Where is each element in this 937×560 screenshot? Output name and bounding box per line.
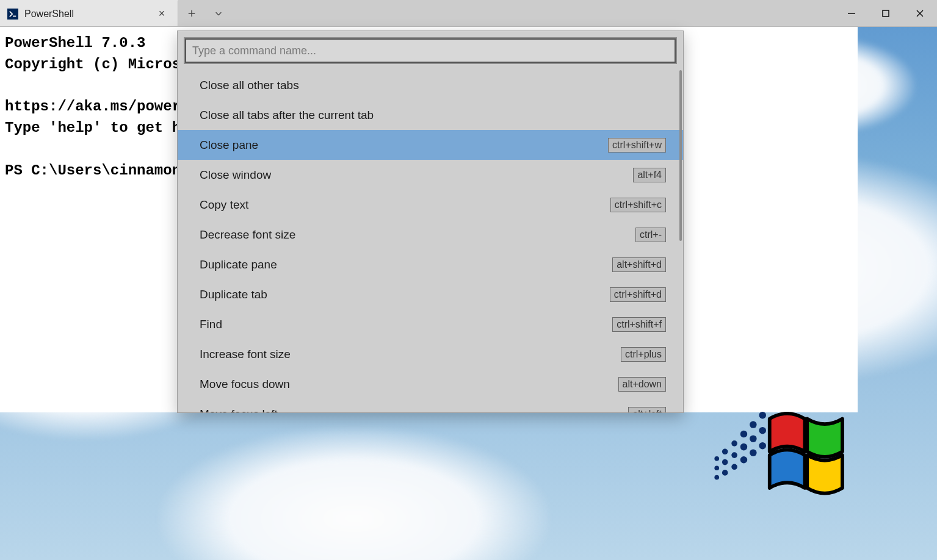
title-bar: PowerShell × bbox=[0, 0, 937, 27]
palette-item-label: Find bbox=[200, 318, 222, 331]
palette-item-label: Move focus down bbox=[200, 378, 290, 391]
palette-item-shortcut: ctrl+shift+d bbox=[610, 287, 666, 302]
palette-item-shortcut: ctrl+- bbox=[635, 228, 666, 242]
palette-item-label: Move focus left bbox=[200, 407, 278, 413]
palette-item[interactable]: Close panectrl+shift+w bbox=[178, 130, 683, 160]
svg-point-2 bbox=[714, 465, 719, 470]
palette-item-label: Close all tabs after the current tab bbox=[200, 109, 374, 122]
palette-item[interactable]: Duplicate panealt+shift+d bbox=[178, 249, 683, 279]
palette-item-shortcut: ctrl+shift+w bbox=[608, 138, 666, 153]
palette-item[interactable]: Duplicate tabctrl+shift+d bbox=[178, 279, 683, 309]
maximize-button[interactable] bbox=[869, 0, 903, 26]
svg-point-4 bbox=[722, 470, 728, 476]
palette-item-shortcut: ctrl+shift+c bbox=[610, 198, 666, 212]
svg-point-18 bbox=[759, 412, 766, 419]
command-palette: Close all other tabsClose all tabs after… bbox=[177, 31, 684, 413]
palette-item[interactable]: Close all other tabs bbox=[178, 70, 683, 100]
svg-point-1 bbox=[714, 475, 719, 480]
svg-point-5 bbox=[722, 459, 728, 465]
palette-item-label: Close window bbox=[200, 168, 271, 182]
svg-point-6 bbox=[722, 448, 728, 454]
tab-title: PowerShell bbox=[24, 9, 148, 20]
palette-item[interactable]: Move focus downalt+down bbox=[178, 369, 683, 399]
palette-item-shortcut: alt+down bbox=[618, 377, 667, 392]
palette-item-shortcut: alt+shift+d bbox=[612, 257, 666, 272]
svg-point-15 bbox=[750, 421, 757, 428]
close-tab-icon[interactable]: × bbox=[154, 7, 169, 20]
palette-item[interactable]: Increase font sizectrl+plus bbox=[178, 339, 683, 369]
palette-item-label: Close all other tabs bbox=[200, 79, 299, 92]
palette-item[interactable]: Copy textctrl+shift+c bbox=[178, 190, 683, 220]
palette-item-label: Duplicate pane bbox=[200, 258, 277, 271]
palette-item-label: Duplicate tab bbox=[200, 288, 267, 301]
command-palette-list: Close all other tabsClose all tabs after… bbox=[178, 68, 683, 412]
palette-item-label: Copy text bbox=[200, 198, 248, 212]
scrollbar-thumb[interactable] bbox=[679, 70, 682, 241]
cloud-decoration bbox=[159, 427, 549, 560]
palette-item[interactable]: Close windowalt+f4 bbox=[178, 160, 683, 190]
new-tab-button[interactable] bbox=[178, 0, 205, 26]
svg-point-13 bbox=[750, 449, 757, 456]
svg-point-10 bbox=[740, 456, 748, 464]
svg-rect-0 bbox=[883, 10, 889, 16]
close-window-button[interactable] bbox=[903, 0, 937, 26]
svg-point-9 bbox=[731, 440, 737, 447]
palette-item-shortcut: ctrl+plus bbox=[621, 347, 666, 362]
tab-powershell[interactable]: PowerShell × bbox=[0, 0, 178, 26]
powershell-icon bbox=[7, 9, 18, 20]
palette-item[interactable]: Close all tabs after the current tab bbox=[178, 100, 683, 130]
palette-item-label: Decrease font size bbox=[200, 228, 295, 242]
palette-item-shortcut: alt+f4 bbox=[633, 168, 666, 182]
svg-point-7 bbox=[731, 464, 737, 470]
svg-point-3 bbox=[714, 456, 719, 461]
windows-logo bbox=[705, 395, 858, 517]
svg-point-17 bbox=[759, 427, 766, 434]
tab-dropdown-button[interactable] bbox=[205, 0, 232, 26]
svg-point-14 bbox=[750, 435, 757, 442]
svg-point-12 bbox=[740, 431, 748, 438]
palette-item-label: Close pane bbox=[200, 138, 258, 152]
palette-item-shortcut: alt+left bbox=[628, 407, 666, 413]
window-controls bbox=[834, 0, 937, 26]
palette-item-label: Increase font size bbox=[200, 348, 291, 361]
palette-item[interactable]: Move focus leftalt+left bbox=[178, 399, 683, 412]
svg-point-16 bbox=[759, 442, 766, 450]
palette-item[interactable]: Findctrl+shift+f bbox=[178, 309, 683, 339]
svg-point-8 bbox=[731, 452, 737, 458]
svg-point-11 bbox=[740, 443, 748, 451]
palette-item[interactable]: Decrease font sizectrl+- bbox=[178, 220, 683, 249]
palette-item-shortcut: ctrl+shift+f bbox=[612, 317, 666, 332]
command-palette-search-input[interactable] bbox=[185, 38, 676, 63]
minimize-button[interactable] bbox=[834, 0, 869, 26]
